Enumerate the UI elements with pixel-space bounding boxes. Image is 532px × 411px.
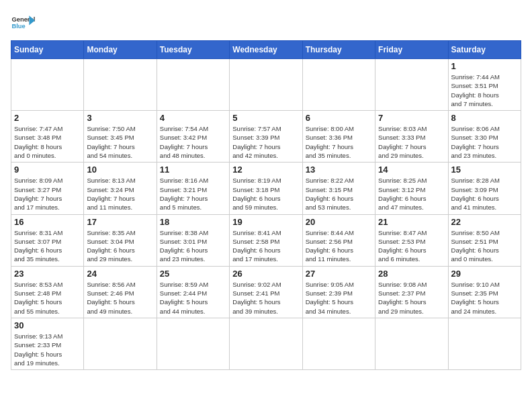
calendar-cell: 7Sunrise: 8:03 AM Sunset: 3:33 PM Daylig… bbox=[375, 111, 448, 163]
calendar-cell bbox=[230, 318, 302, 369]
cell-day-number: 21 bbox=[378, 217, 445, 227]
cell-info-text: Sunrise: 8:25 AM Sunset: 3:12 PM Dayligh… bbox=[378, 176, 445, 212]
calendar-cell: 26Sunrise: 9:02 AM Sunset: 2:41 PM Dayli… bbox=[230, 266, 302, 318]
cell-info-text: Sunrise: 8:56 AM Sunset: 2:46 PM Dayligh… bbox=[87, 280, 153, 316]
cell-day-number: 8 bbox=[451, 113, 518, 123]
calendar-cell bbox=[375, 59, 448, 111]
calendar-week-row: 9Sunrise: 8:09 AM Sunset: 3:27 PM Daylig… bbox=[11, 163, 521, 214]
cell-info-text: Sunrise: 8:53 AM Sunset: 2:48 PM Dayligh… bbox=[14, 280, 81, 316]
calendar-cell bbox=[84, 318, 157, 369]
cell-day-number: 23 bbox=[14, 269, 81, 279]
cell-info-text: Sunrise: 8:06 AM Sunset: 3:30 PM Dayligh… bbox=[451, 124, 518, 160]
cell-day-number: 20 bbox=[306, 217, 372, 227]
cell-day-number: 19 bbox=[232, 217, 299, 227]
cell-info-text: Sunrise: 8:38 AM Sunset: 3:01 PM Dayligh… bbox=[160, 228, 226, 264]
weekday-header-cell: Sunday bbox=[11, 41, 84, 59]
calendar-cell: 28Sunrise: 9:08 AM Sunset: 2:37 PM Dayli… bbox=[375, 266, 448, 318]
cell-info-text: Sunrise: 8:03 AM Sunset: 3:33 PM Dayligh… bbox=[378, 124, 445, 160]
calendar-cell: 18Sunrise: 8:38 AM Sunset: 3:01 PM Dayli… bbox=[157, 214, 229, 266]
cell-day-number: 18 bbox=[160, 217, 226, 227]
cell-day-number: 17 bbox=[87, 217, 153, 227]
cell-info-text: Sunrise: 9:13 AM Sunset: 2:33 PM Dayligh… bbox=[14, 332, 81, 367]
cell-info-text: Sunrise: 9:02 AM Sunset: 2:41 PM Dayligh… bbox=[232, 280, 299, 316]
calendar-table: SundayMondayTuesdayWednesdayThursdayFrid… bbox=[11, 40, 521, 370]
calendar-cell: 2Sunrise: 7:47 AM Sunset: 3:48 PM Daylig… bbox=[11, 111, 84, 163]
calendar-cell: 21Sunrise: 8:47 AM Sunset: 2:53 PM Dayli… bbox=[375, 214, 448, 266]
calendar-cell: 1Sunrise: 7:44 AM Sunset: 3:51 PM Daylig… bbox=[448, 59, 521, 111]
calendar-cell: 29Sunrise: 9:10 AM Sunset: 2:35 PM Dayli… bbox=[448, 266, 521, 318]
calendar-cell: 8Sunrise: 8:06 AM Sunset: 3:30 PM Daylig… bbox=[448, 111, 521, 163]
logo: General Blue bbox=[11, 11, 35, 35]
calendar-cell: 27Sunrise: 9:05 AM Sunset: 2:39 PM Dayli… bbox=[302, 266, 375, 318]
calendar-cell bbox=[302, 318, 375, 369]
cell-info-text: Sunrise: 8:09 AM Sunset: 3:27 PM Dayligh… bbox=[14, 176, 81, 212]
cell-info-text: Sunrise: 7:54 AM Sunset: 3:42 PM Dayligh… bbox=[160, 124, 226, 160]
cell-day-number: 29 bbox=[451, 269, 518, 279]
calendar-cell bbox=[375, 318, 448, 369]
cell-info-text: Sunrise: 7:50 AM Sunset: 3:45 PM Dayligh… bbox=[87, 124, 153, 160]
calendar-week-row: 30Sunrise: 9:13 AM Sunset: 2:33 PM Dayli… bbox=[11, 318, 521, 369]
weekday-header-cell: Tuesday bbox=[157, 41, 229, 59]
calendar-cell: 16Sunrise: 8:31 AM Sunset: 3:07 PM Dayli… bbox=[11, 214, 84, 266]
calendar-cell: 15Sunrise: 8:28 AM Sunset: 3:09 PM Dayli… bbox=[448, 163, 521, 214]
cell-day-number: 5 bbox=[232, 113, 299, 123]
cell-info-text: Sunrise: 8:44 AM Sunset: 2:56 PM Dayligh… bbox=[306, 228, 372, 264]
cell-day-number: 1 bbox=[451, 61, 518, 71]
cell-day-number: 11 bbox=[160, 165, 226, 175]
svg-text:Blue: Blue bbox=[11, 23, 25, 30]
calendar-cell: 3Sunrise: 7:50 AM Sunset: 3:45 PM Daylig… bbox=[84, 111, 157, 163]
calendar-cell: 12Sunrise: 8:19 AM Sunset: 3:18 PM Dayli… bbox=[230, 163, 302, 214]
cell-day-number: 6 bbox=[306, 113, 372, 123]
weekday-header-cell: Friday bbox=[375, 41, 448, 59]
cell-info-text: Sunrise: 8:00 AM Sunset: 3:36 PM Dayligh… bbox=[306, 124, 372, 160]
calendar-week-row: 16Sunrise: 8:31 AM Sunset: 3:07 PM Dayli… bbox=[11, 214, 521, 266]
weekday-header-cell: Wednesday bbox=[230, 41, 302, 59]
calendar-cell bbox=[84, 59, 157, 111]
calendar-cell bbox=[11, 59, 84, 111]
calendar-cell bbox=[230, 59, 302, 111]
cell-day-number: 30 bbox=[14, 320, 81, 330]
calendar-cell: 13Sunrise: 8:22 AM Sunset: 3:15 PM Dayli… bbox=[302, 163, 375, 214]
calendar-cell: 4Sunrise: 7:54 AM Sunset: 3:42 PM Daylig… bbox=[157, 111, 229, 163]
weekday-header-cell: Thursday bbox=[302, 41, 375, 59]
calendar-cell: 25Sunrise: 8:59 AM Sunset: 2:44 PM Dayli… bbox=[157, 266, 229, 318]
weekday-header-cell: Monday bbox=[84, 41, 157, 59]
calendar-cell: 20Sunrise: 8:44 AM Sunset: 2:56 PM Dayli… bbox=[302, 214, 375, 266]
calendar-cell: 14Sunrise: 8:25 AM Sunset: 3:12 PM Dayli… bbox=[375, 163, 448, 214]
cell-info-text: Sunrise: 9:10 AM Sunset: 2:35 PM Dayligh… bbox=[451, 280, 518, 316]
cell-info-text: Sunrise: 8:22 AM Sunset: 3:15 PM Dayligh… bbox=[306, 176, 372, 212]
cell-info-text: Sunrise: 7:44 AM Sunset: 3:51 PM Dayligh… bbox=[451, 73, 518, 108]
cell-info-text: Sunrise: 9:08 AM Sunset: 2:37 PM Dayligh… bbox=[378, 280, 445, 316]
cell-info-text: Sunrise: 8:19 AM Sunset: 3:18 PM Dayligh… bbox=[232, 176, 299, 212]
calendar-cell: 22Sunrise: 8:50 AM Sunset: 2:51 PM Dayli… bbox=[448, 214, 521, 266]
calendar-cell bbox=[157, 318, 229, 369]
calendar-cell: 30Sunrise: 9:13 AM Sunset: 2:33 PM Dayli… bbox=[11, 318, 84, 369]
cell-day-number: 2 bbox=[14, 113, 81, 123]
cell-day-number: 28 bbox=[378, 269, 445, 279]
calendar-cell: 19Sunrise: 8:41 AM Sunset: 2:58 PM Dayli… bbox=[230, 214, 302, 266]
cell-info-text: Sunrise: 8:59 AM Sunset: 2:44 PM Dayligh… bbox=[160, 280, 226, 316]
cell-info-text: Sunrise: 8:16 AM Sunset: 3:21 PM Dayligh… bbox=[160, 176, 226, 212]
cell-day-number: 7 bbox=[378, 113, 445, 123]
cell-day-number: 26 bbox=[232, 269, 299, 279]
calendar-cell bbox=[302, 59, 375, 111]
calendar-cell: 17Sunrise: 8:35 AM Sunset: 3:04 PM Dayli… bbox=[84, 214, 157, 266]
weekday-header-row: SundayMondayTuesdayWednesdayThursdayFrid… bbox=[11, 41, 521, 59]
calendar-cell: 6Sunrise: 8:00 AM Sunset: 3:36 PM Daylig… bbox=[302, 111, 375, 163]
calendar-cell: 24Sunrise: 8:56 AM Sunset: 2:46 PM Dayli… bbox=[84, 266, 157, 318]
cell-info-text: Sunrise: 8:28 AM Sunset: 3:09 PM Dayligh… bbox=[451, 176, 518, 212]
cell-info-text: Sunrise: 8:31 AM Sunset: 3:07 PM Dayligh… bbox=[14, 228, 81, 264]
calendar-cell: 9Sunrise: 8:09 AM Sunset: 3:27 PM Daylig… bbox=[11, 163, 84, 214]
cell-info-text: Sunrise: 7:47 AM Sunset: 3:48 PM Dayligh… bbox=[14, 124, 81, 160]
page-header: General Blue bbox=[11, 11, 521, 35]
cell-day-number: 4 bbox=[160, 113, 226, 123]
cell-day-number: 24 bbox=[87, 269, 153, 279]
cell-info-text: Sunrise: 8:41 AM Sunset: 2:58 PM Dayligh… bbox=[232, 228, 299, 264]
cell-info-text: Sunrise: 9:05 AM Sunset: 2:39 PM Dayligh… bbox=[306, 280, 372, 316]
calendar-week-row: 2Sunrise: 7:47 AM Sunset: 3:48 PM Daylig… bbox=[11, 111, 521, 163]
cell-day-number: 3 bbox=[87, 113, 153, 123]
cell-day-number: 27 bbox=[306, 269, 372, 279]
cell-day-number: 12 bbox=[232, 165, 299, 175]
cell-day-number: 22 bbox=[451, 217, 518, 227]
calendar-cell: 10Sunrise: 8:13 AM Sunset: 3:24 PM Dayli… bbox=[84, 163, 157, 214]
